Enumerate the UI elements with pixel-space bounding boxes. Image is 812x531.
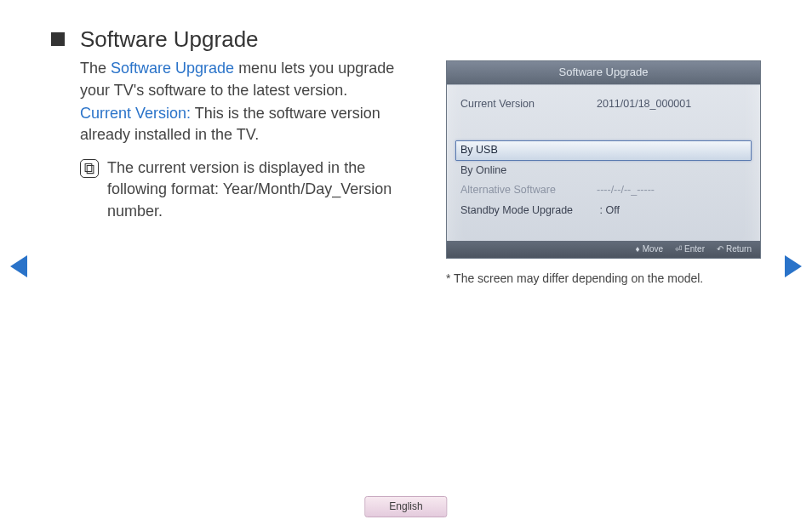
tv-item-alt-software: Alternative Software ----/--/--_-----	[455, 180, 752, 201]
tv-cv-label: Current Version	[460, 97, 597, 112]
tv-item-by-usb[interactable]: By USB	[455, 140, 752, 161]
tv-menu-panel: Software Upgrade Current Version 2011/01…	[446, 60, 761, 259]
note-text: The current version is displayed in the …	[107, 157, 422, 222]
tv-alt-label: Alternative Software	[460, 183, 597, 198]
description-column: The Software Upgrade menu lets you upgra…	[51, 58, 422, 287]
language-button[interactable]: English	[364, 496, 447, 517]
tv-standby-label: Standby Mode Upgrade	[460, 203, 597, 219]
screen-note: * The screen may differ depending on the…	[446, 271, 761, 288]
screen-note-text: The screen may differ depending on the m…	[454, 271, 703, 285]
screen-note-prefix: *	[446, 271, 454, 285]
current-version-text: Current Version: This is the software ve…	[80, 103, 422, 146]
tv-current-version-row: Current Version 2011/01/18_000001	[455, 94, 752, 116]
tv-footer-move: ♦Move	[636, 243, 664, 255]
cv-label: Current Version:	[80, 105, 191, 122]
tv-standby-value: : Off	[599, 204, 619, 216]
tv-item-by-online[interactable]: By Online	[455, 161, 752, 181]
page-title: Software Upgrade	[80, 24, 259, 54]
intro-prefix: The	[80, 60, 111, 77]
tv-item-standby[interactable]: Standby Mode Upgrade : Off	[455, 201, 752, 221]
return-icon: ↶	[717, 243, 723, 255]
note-icon	[80, 159, 99, 178]
tv-footer-enter: ⏎Enter	[675, 243, 705, 255]
tv-footer-return: ↶Return	[717, 243, 752, 255]
enter-icon: ⏎	[675, 243, 682, 255]
intro-text: The Software Upgrade menu lets you upgra…	[80, 58, 422, 100]
next-page-arrow[interactable]	[785, 255, 802, 277]
prev-page-arrow[interactable]	[10, 255, 27, 277]
tv-footer: ♦Move ⏎Enter ↶Return	[447, 241, 760, 258]
tv-alt-value: ----/--/--_-----	[597, 183, 655, 198]
bullet-icon	[51, 32, 65, 46]
tv-cv-value: 2011/01/18_000001	[597, 97, 746, 112]
updown-icon: ♦	[636, 243, 640, 255]
tv-menu-title: Software Upgrade	[447, 61, 760, 84]
intro-link: Software Upgrade	[111, 60, 234, 77]
